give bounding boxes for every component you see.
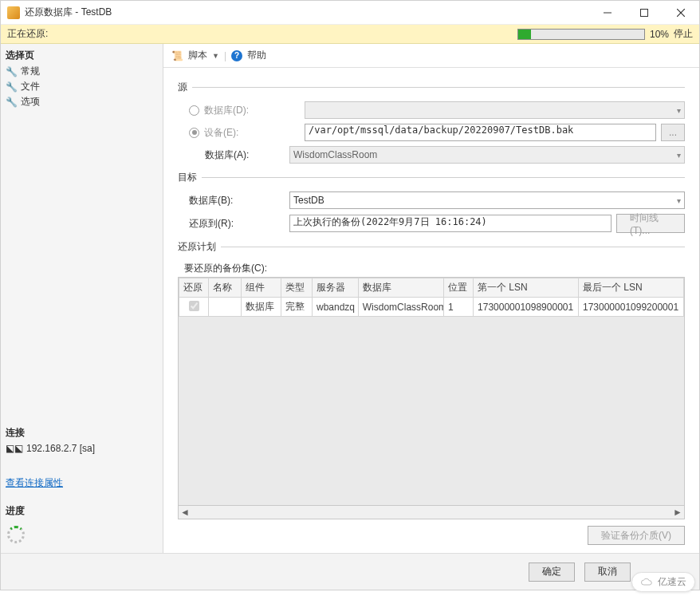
sidebar-item-files[interactable]: 🔧文件 (6, 79, 158, 94)
connection-title: 连接 (6, 426, 158, 440)
view-connection-props-link[interactable]: 查看连接属性 (6, 476, 158, 490)
target-db-select[interactable]: TestDB▾ (289, 191, 685, 209)
group-target-header: 目标 (178, 171, 685, 184)
progress-fill (518, 30, 531, 39)
wrench-icon: 🔧 (6, 66, 18, 77)
chevron-down-icon: ▾ (677, 106, 681, 115)
restore-to-row: 还原到(R): 上次执行的备份(2022年9月7日 16:16:24) 时间线(… (189, 214, 685, 233)
col-first-lsn[interactable]: 第一个 LSN (474, 278, 579, 298)
cell-component: 数据库 (242, 298, 281, 317)
sidebar: 选择页 🔧常规 🔧文件 🔧选项 连接 ⬕⬕192.168.2.7 [sa] 查看… (1, 44, 163, 553)
watermark-text: 亿速云 (658, 575, 686, 589)
table-row[interactable]: 数据库 完整 wbandzq WisdomClassRoom 1 1730000… (179, 298, 684, 317)
script-icon: 📜 (171, 50, 183, 61)
sidebar-item-label: 文件 (21, 80, 40, 93)
cell-name (209, 298, 242, 317)
col-component[interactable]: 组件 (242, 278, 281, 298)
target-db-row: 数据库(B): TestDB▾ (189, 191, 685, 209)
backup-sets-grid: 还原 名称 组件 类型 服务器 数据库 位置 第一个 LSN 最后一个 LSN (178, 277, 685, 519)
table-header-row: 还原 名称 组件 类型 服务器 数据库 位置 第一个 LSN 最后一个 LSN (179, 278, 684, 298)
source-device-radio-row: 设备(E): /var/opt/mssql/data/backup/202209… (189, 124, 685, 141)
progress-label: 正在还原: (7, 27, 48, 41)
cell-first-lsn: 173000001098900001 (474, 298, 579, 317)
help-icon: ? (231, 50, 242, 61)
chevron-down-icon: ▾ (677, 151, 681, 160)
app-icon (7, 6, 20, 19)
source-database-select: ▾ (305, 101, 685, 119)
col-type[interactable]: 类型 (281, 278, 312, 298)
restore-database-window: 还原数据库 - TestDB 正在还原: 10% 停止 选择页 🔧常规 🔧文件 … (0, 0, 700, 590)
col-position[interactable]: 位置 (443, 278, 473, 298)
server-icon: ⬕⬕ (6, 443, 23, 454)
toolbar-separator: | (224, 50, 226, 61)
cell-last-lsn: 173000001099200001 (578, 298, 683, 317)
device-path-input[interactable]: /var/opt/mssql/data/backup/20220907/Test… (305, 124, 656, 141)
main-panel: 📜 脚本 ▼ | ? 帮助 源 数据库(D): ▾ 设备(E): /var/op… (163, 44, 699, 553)
ok-button[interactable]: 确定 (529, 562, 575, 582)
cancel-button[interactable]: 取消 (584, 562, 631, 582)
target-db-label: 数据库(B): (189, 194, 285, 207)
cell-server: wbandzq (313, 298, 359, 317)
cloud-icon (640, 578, 655, 587)
connection-value: ⬕⬕192.168.2.7 [sa] (6, 441, 158, 456)
verify-row: 验证备份介质(V) (178, 526, 685, 545)
body: 选择页 🔧常规 🔧文件 🔧选项 连接 ⬕⬕192.168.2.7 [sa] 查看… (1, 44, 699, 553)
wrench-icon: 🔧 (6, 97, 18, 108)
radio-source-database[interactable] (189, 105, 199, 116)
maximize-button[interactable] (626, 1, 663, 25)
scroll-left-icon[interactable]: ◄ (180, 507, 190, 518)
svg-rect-1 (641, 9, 648, 16)
watermark-badge: 亿速云 (631, 572, 695, 592)
stop-button[interactable]: 停止 (674, 27, 693, 41)
col-last-lsn[interactable]: 最后一个 LSN (578, 278, 683, 298)
content: 源 数据库(D): ▾ 设备(E): /var/opt/mssql/data/b… (163, 68, 699, 553)
col-name[interactable]: 名称 (209, 278, 242, 298)
verify-media-button[interactable]: 验证备份介质(V) (588, 526, 685, 545)
footer: 确定 取消 (1, 553, 699, 590)
progress-bar (517, 29, 645, 40)
window-buttons (589, 1, 699, 25)
timeline-button[interactable]: 时间线(T)... (616, 214, 685, 233)
toolbar: 📜 脚本 ▼ | ? 帮助 (163, 44, 699, 68)
select-page-title: 选择页 (6, 49, 158, 62)
radio-source-device-label: 设备(E): (204, 126, 300, 140)
minimize-button[interactable] (589, 1, 626, 25)
progress-row: 正在还原: 10% 停止 (1, 25, 699, 44)
restore-checkbox[interactable] (189, 301, 199, 311)
scroll-right-icon[interactable]: ► (673, 507, 682, 518)
titlebar: 还原数据库 - TestDB (1, 1, 699, 25)
browse-device-button[interactable]: ... (661, 124, 685, 141)
col-database[interactable]: 数据库 (358, 278, 443, 298)
radio-source-device[interactable] (189, 128, 199, 138)
horizontal-scrollbar[interactable]: ◄ ► (179, 505, 684, 519)
backup-sets-table: 还原 名称 组件 类型 服务器 数据库 位置 第一个 LSN 最后一个 LSN (179, 278, 684, 317)
sidebar-item-label: 选项 (21, 95, 40, 109)
restore-to-label: 还原到(R): (189, 217, 285, 231)
wrench-icon: 🔧 (6, 81, 18, 93)
sidebar-item-options[interactable]: 🔧选项 (6, 94, 158, 109)
source-db-select[interactable]: WisdomClassRoom▾ (289, 146, 685, 164)
source-db-row: 数据库(A): WisdomClassRoom▾ (205, 146, 685, 164)
help-button[interactable]: 帮助 (247, 49, 266, 62)
group-source-header: 源 (178, 81, 685, 94)
cell-database: WisdomClassRoom (358, 298, 443, 317)
script-dropdown-arrow-icon[interactable]: ▼ (212, 52, 219, 60)
script-button[interactable]: 脚本 (188, 49, 207, 62)
cell-position: 1 (443, 298, 473, 317)
close-button[interactable] (663, 1, 699, 25)
progress-title: 进度 (6, 504, 158, 518)
restore-to-input[interactable]: 上次执行的备份(2022年9月7日 16:16:24) (289, 215, 612, 232)
group-plan-header: 还原计划 (178, 240, 685, 254)
chevron-down-icon: ▾ (677, 196, 681, 205)
source-db-label: 数据库(A): (205, 148, 285, 162)
backup-sets-label: 要还原的备份集(C): (184, 262, 685, 275)
col-restore[interactable]: 还原 (179, 278, 209, 298)
cell-type: 完整 (281, 298, 312, 317)
window-title: 还原数据库 - TestDB (25, 6, 589, 19)
source-database-radio-row: 数据库(D): ▾ (189, 101, 685, 119)
sidebar-item-general[interactable]: 🔧常规 (6, 64, 158, 79)
grid-empty-area (179, 317, 684, 505)
radio-source-database-label: 数据库(D): (204, 104, 300, 117)
sidebar-item-label: 常规 (21, 65, 40, 78)
col-server[interactable]: 服务器 (313, 278, 359, 298)
